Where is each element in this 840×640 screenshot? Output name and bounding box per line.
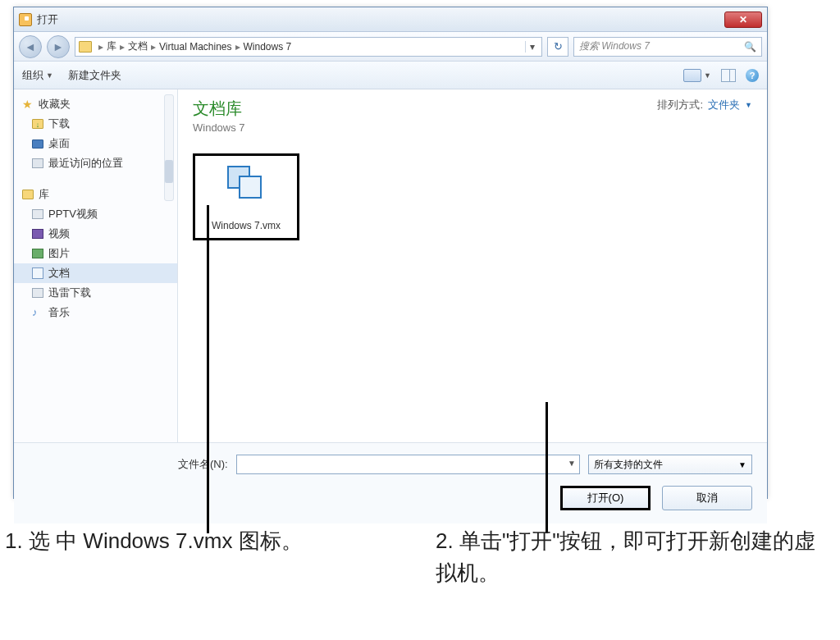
sidebar-item-documents[interactable]: 文档 (14, 263, 177, 283)
recent-icon (32, 158, 43, 168)
sidebar-favorites-header[interactable]: ★ 收藏夹 (14, 94, 177, 114)
downloads-icon (32, 119, 43, 129)
video-icon (32, 209, 43, 219)
sort-control[interactable]: 排列方式: 文件夹 ▼ (657, 98, 752, 112)
crumb[interactable]: Windows 7 (244, 41, 292, 53)
vmx-file-icon (224, 164, 268, 205)
body: ★ 收藏夹 下载 桌面 最近访问的位置 库 PPTV视频 (14, 89, 767, 442)
chevron-down-icon: ▼ (745, 101, 752, 109)
window-title: 打开 (37, 12, 58, 27)
scrollbar-track[interactable] (164, 94, 174, 201)
file-type-filter[interactable]: 所有支持的文件 ▼ (588, 455, 752, 474)
titlebar: 打开 ✕ (14, 7, 767, 32)
sidebar-item-pptv[interactable]: PPTV视频 (14, 204, 177, 224)
library-title: 文档库 (193, 98, 245, 120)
view-icon (683, 69, 701, 82)
view-mode-button[interactable]: ▼ (683, 69, 711, 82)
star-icon: ★ (22, 98, 34, 110)
folder-icon (79, 41, 92, 53)
crumb[interactable]: Virtual Machines (159, 41, 232, 53)
search-placeholder: 搜索 Windows 7 (579, 39, 650, 53)
toolbar: 组织 ▼ 新建文件夹 ▼ ? (14, 62, 767, 89)
preview-pane-button[interactable] (721, 69, 736, 82)
library-subtitle: Windows 7 (193, 121, 245, 134)
library-icon (22, 190, 34, 199)
sidebar-item-desktop[interactable]: 桌面 (14, 134, 177, 153)
music-icon: ♪ (32, 307, 43, 318)
pictures-icon (32, 249, 43, 258)
filename-label: 文件名(N): (178, 457, 228, 472)
caption-2: 2. 单击"打开"按钮，即可打开新创建的虚拟机。 (436, 525, 833, 589)
chevron-down-icon: ▼ (46, 71, 53, 80)
dialog-footer: 文件名(N): ▼ 所有支持的文件 ▼ 打开(O) 取消 (14, 442, 767, 523)
file-list-area: 文档库 Windows 7 排列方式: 文件夹 ▼ Windows 7.vmx (178, 89, 767, 442)
download-icon (32, 288, 43, 298)
sidebar-item-recent[interactable]: 最近访问的位置 (14, 153, 177, 173)
caption-1: 1. 选 中 Windows 7.vmx 图标。 (5, 525, 403, 589)
sidebar-item-xunlei[interactable]: 迅雷下载 (14, 283, 177, 303)
search-icon: 🔍 (744, 41, 756, 53)
sidebar-item-pictures[interactable]: 图片 (14, 244, 177, 263)
nav-forward-button[interactable]: ► (47, 35, 70, 58)
crumb[interactable]: 库 (107, 39, 116, 53)
instruction-captions: 1. 选 中 Windows 7.vmx 图标。 2. 单击"打开"按钮，即可打… (5, 525, 833, 589)
sort-label: 排列方式: (657, 98, 703, 112)
sidebar: ★ 收藏夹 下载 桌面 最近访问的位置 库 PPTV视频 (14, 89, 178, 442)
sidebar-item-downloads[interactable]: 下载 (14, 114, 177, 134)
sort-value: 文件夹 (708, 98, 740, 112)
refresh-button[interactable]: ↻ (547, 37, 568, 57)
chevron-down-icon[interactable]: ▼ (568, 459, 576, 468)
video-icon (32, 229, 43, 239)
open-dialog-window: 打开 ✕ ◄ ► ▸ 库 ▸ 文档 ▸ Virtual Machines ▸ W… (13, 7, 768, 499)
breadcrumb[interactable]: ▸ 库 ▸ 文档 ▸ Virtual Machines ▸ Windows 7 … (75, 37, 542, 57)
open-button[interactable]: 打开(O) (560, 486, 651, 510)
desktop-icon (32, 139, 43, 149)
crumb[interactable]: 文档 (128, 39, 148, 53)
nav-bar: ◄ ► ▸ 库 ▸ 文档 ▸ Virtual Machines ▸ Window… (14, 32, 767, 62)
cancel-button[interactable]: 取消 (662, 486, 752, 510)
nav-back-button[interactable]: ◄ (19, 35, 42, 58)
documents-icon (32, 267, 43, 279)
chevron-down-icon: ▼ (738, 460, 746, 469)
breadcrumb-dropdown[interactable]: ▾ (525, 41, 538, 53)
sidebar-item-music[interactable]: ♪ 音乐 (14, 303, 177, 322)
chevron-down-icon: ▼ (704, 71, 711, 80)
file-label: Windows 7.vmx (197, 220, 295, 231)
scrollbar-thumb[interactable] (165, 160, 173, 183)
filename-input[interactable]: ▼ (236, 455, 580, 474)
search-input[interactable]: 搜索 Windows 7 🔍 (573, 37, 762, 57)
sidebar-item-videos[interactable]: 视频 (14, 224, 177, 244)
app-icon (19, 13, 32, 26)
help-icon[interactable]: ? (746, 69, 759, 82)
annotation-line (546, 402, 548, 533)
annotation-line (207, 205, 209, 533)
close-button[interactable]: ✕ (724, 11, 762, 28)
new-folder-button[interactable]: 新建文件夹 (68, 68, 121, 83)
sidebar-libraries-header[interactable]: 库 (14, 185, 177, 204)
organize-menu[interactable]: 组织 ▼ (22, 68, 53, 83)
